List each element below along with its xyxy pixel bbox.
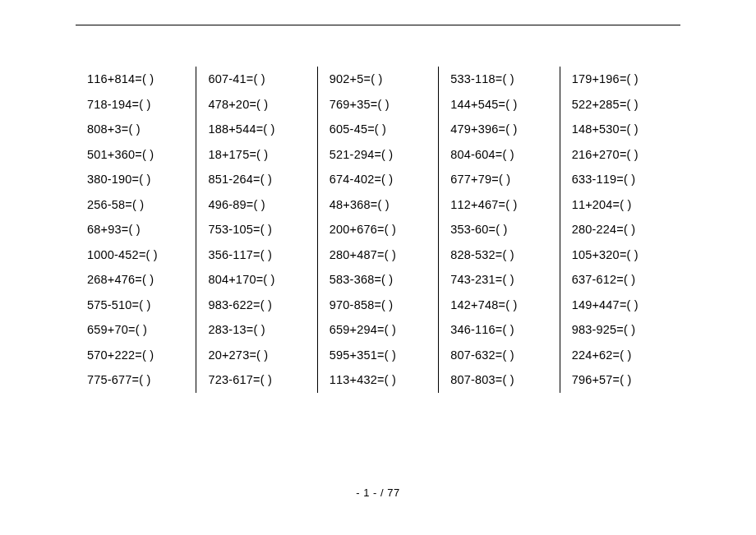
math-problem: 113+432=( ) xyxy=(330,367,435,393)
column-4: 533-118=( ) 144+545=( ) 479+396=( ) 804-… xyxy=(438,67,559,393)
math-problem: 983-925=( ) xyxy=(572,317,677,343)
math-problem: 353-60=( ) xyxy=(450,217,555,242)
math-problem: 501+360=( ) xyxy=(87,142,192,168)
math-problem: 148+530=( ) xyxy=(572,117,677,142)
math-problem: 268+476=( ) xyxy=(87,267,192,293)
math-problem: 283-13=( ) xyxy=(208,317,313,343)
math-problem: 804+170=( ) xyxy=(208,267,313,293)
math-problem: 659+70=( ) xyxy=(87,317,192,343)
math-problem: 583-368=( ) xyxy=(330,267,435,293)
math-problem: 851-264=( ) xyxy=(208,167,313,192)
math-problem: 633-119=( ) xyxy=(572,167,677,192)
math-problem: 533-118=( ) xyxy=(450,67,555,92)
math-problem: 346-116=( ) xyxy=(450,317,555,343)
math-problem: 280-224=( ) xyxy=(572,217,677,242)
math-problem: 607-41=( ) xyxy=(208,67,313,92)
math-problem: 188+544=( ) xyxy=(208,117,313,142)
math-problem: 116+814=( ) xyxy=(87,67,192,92)
columns-container: 116+814=( ) 718-194=( ) 808+3=( ) 501+36… xyxy=(76,67,680,393)
math-problem: 753-105=( ) xyxy=(208,217,313,242)
math-problem: 807-632=( ) xyxy=(450,343,555,368)
math-problem: 478+20=( ) xyxy=(208,92,313,118)
math-problem: 179+196=( ) xyxy=(572,67,677,92)
math-problem: 356-117=( ) xyxy=(208,242,313,268)
math-problem: 983-622=( ) xyxy=(208,293,313,318)
math-problem: 11+204=( ) xyxy=(572,192,677,218)
math-problem: 521-294=( ) xyxy=(330,142,435,168)
math-problem: 68+93=( ) xyxy=(87,217,192,242)
math-problem: 807-803=( ) xyxy=(450,367,555,393)
math-problem: 575-510=( ) xyxy=(87,293,192,318)
math-problem: 105+320=( ) xyxy=(572,242,677,268)
column-2: 607-41=( ) 478+20=( ) 188+544=( ) 18+175… xyxy=(196,67,316,393)
math-problem: 479+396=( ) xyxy=(450,117,555,142)
math-problem: 224+62=( ) xyxy=(572,343,677,368)
math-problem: 144+545=( ) xyxy=(450,92,555,118)
math-problem: 216+270=( ) xyxy=(572,142,677,168)
math-problem: 804-604=( ) xyxy=(450,142,555,168)
math-problem: 902+5=( ) xyxy=(330,67,435,92)
math-problem: 570+222=( ) xyxy=(87,343,192,368)
math-problem: 677+79=( ) xyxy=(450,167,555,192)
math-problem: 112+467=( ) xyxy=(450,192,555,218)
math-problem: 718-194=( ) xyxy=(87,92,192,118)
math-problem: 48+368=( ) xyxy=(330,192,435,218)
column-3: 902+5=( ) 769+35=( ) 605-45=( ) 521-294=… xyxy=(317,67,438,393)
math-problem: 828-532=( ) xyxy=(450,242,555,268)
math-problem: 674-402=( ) xyxy=(330,167,435,192)
math-problem: 522+285=( ) xyxy=(572,92,677,118)
math-problem: 723-617=( ) xyxy=(208,367,313,393)
math-problem: 256-58=( ) xyxy=(87,192,192,218)
math-problem: 142+748=( ) xyxy=(450,293,555,318)
math-problem: 659+294=( ) xyxy=(330,317,435,343)
math-problem: 595+351=( ) xyxy=(330,343,435,368)
math-problem: 380-190=( ) xyxy=(87,167,192,192)
math-problem: 775-677=( ) xyxy=(87,367,192,393)
math-problem: 18+175=( ) xyxy=(208,142,313,168)
top-rule xyxy=(76,25,680,25)
math-problem: 970-858=( ) xyxy=(330,293,435,318)
math-problem: 769+35=( ) xyxy=(330,92,435,118)
math-problem: 796+57=( ) xyxy=(572,367,677,393)
math-problem: 637-612=( ) xyxy=(572,267,677,293)
math-problem: 743-231=( ) xyxy=(450,267,555,293)
column-1: 116+814=( ) 718-194=( ) 808+3=( ) 501+36… xyxy=(76,67,196,393)
math-problem: 20+273=( ) xyxy=(208,343,313,368)
math-problem: 280+487=( ) xyxy=(330,242,435,268)
math-problem: 496-89=( ) xyxy=(208,192,313,218)
math-problem: 200+676=( ) xyxy=(330,217,435,242)
math-problem: 605-45=( ) xyxy=(330,117,435,142)
math-problem: 149+447=( ) xyxy=(572,293,677,318)
column-5: 179+196=( ) 522+285=( ) 148+530=( ) 216+… xyxy=(560,67,680,393)
worksheet-page: 116+814=( ) 718-194=( ) 808+3=( ) 501+36… xyxy=(0,0,756,393)
math-problem: 1000-452=( ) xyxy=(87,242,192,268)
page-footer: - 1 - / 77 xyxy=(0,487,756,499)
math-problem: 808+3=( ) xyxy=(87,117,192,142)
